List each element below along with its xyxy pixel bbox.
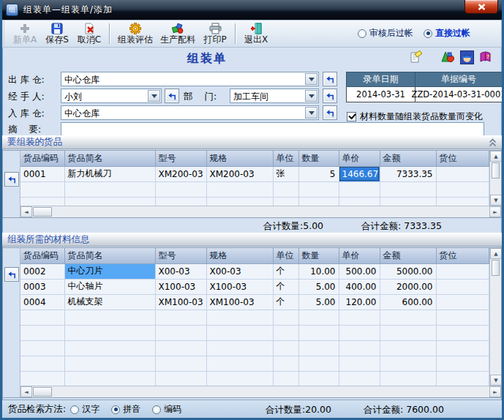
grid-cell[interactable]	[436, 356, 489, 371]
vertical-scrollbar[interactable]: ▲ ▼	[489, 151, 501, 206]
grid-cell[interactable]	[64, 181, 155, 197]
grid-cell[interactable]	[20, 197, 64, 206]
grid-cell[interactable]	[380, 371, 436, 386]
grid-cell[interactable]	[436, 371, 489, 386]
horizontal-scrollbar[interactable]: ◄ ►	[20, 206, 501, 217]
grid-cell[interactable]	[273, 181, 298, 197]
grid-cell[interactable]: 新力机械刀	[64, 166, 155, 181]
grid-cell[interactable]: XM200-03	[155, 166, 206, 181]
grid-cell[interactable]: 10.00	[298, 263, 339, 279]
grid-cell[interactable]	[339, 371, 380, 386]
grid-cell[interactable]	[380, 197, 436, 206]
grid-cell[interactable]	[380, 356, 436, 371]
grid-cell[interactable]: 机械支架	[64, 294, 155, 310]
grid-cell[interactable]	[64, 325, 155, 340]
grid-cell[interactable]	[380, 310, 436, 325]
grid-cell[interactable]	[436, 310, 489, 325]
dropdown-arrow-icon[interactable]	[305, 90, 317, 102]
grid-cell[interactable]	[339, 356, 380, 371]
grid-cell[interactable]	[298, 181, 339, 197]
grid-cell[interactable]	[155, 181, 206, 197]
radio-hanzi[interactable]: 汉字	[70, 403, 99, 416]
grid-cell[interactable]: 5	[298, 166, 339, 181]
grid-cell[interactable]	[298, 371, 339, 386]
grid-cell[interactable]	[206, 340, 273, 356]
grid-cell[interactable]: X00-03	[206, 263, 273, 279]
grid-cell[interactable]: 0003	[20, 279, 64, 294]
collapse-chevron-icon[interactable]	[489, 138, 497, 147]
grid-cell[interactable]: 中心轴片	[64, 279, 155, 294]
in-warehouse-combobox[interactable]: 中心仓库	[61, 105, 319, 120]
grid-cell[interactable]: 400.00	[339, 279, 380, 294]
grid-cell[interactable]	[380, 181, 436, 197]
grid-cell[interactable]	[20, 340, 64, 356]
grid-cell[interactable]	[436, 294, 489, 310]
grid-cell[interactable]	[436, 325, 489, 340]
grid-cell[interactable]: 7333.35	[380, 166, 436, 181]
grid-cell[interactable]: 5.00	[298, 279, 339, 294]
grid-cell[interactable]: 2000.00	[380, 279, 436, 294]
out-warehouse-lookup-button[interactable]	[323, 72, 337, 86]
grid-cell[interactable]	[155, 325, 206, 340]
grid-cell[interactable]: 个	[273, 279, 298, 294]
grid-cell[interactable]	[298, 340, 339, 356]
grid-cell[interactable]	[206, 197, 273, 206]
grid-cell[interactable]	[155, 371, 206, 386]
grid-cell[interactable]	[20, 310, 64, 325]
vertical-scrollbar[interactable]: ▲ ▼	[489, 248, 501, 386]
grid-cell[interactable]: 个	[273, 294, 298, 310]
production-materials-button[interactable]: 生产配料	[157, 21, 199, 45]
summary-input[interactable]	[61, 122, 484, 136]
operator-icon[interactable]	[460, 50, 474, 64]
grid-cell[interactable]: 0002	[20, 263, 64, 279]
horizontal-scrollbar[interactable]: ◄ ►	[20, 386, 501, 397]
dropdown-arrow-icon[interactable]	[305, 73, 317, 85]
grid-cell[interactable]: X00-03	[155, 263, 206, 279]
grid-cell[interactable]	[206, 356, 273, 371]
grid-cell[interactable]	[206, 325, 273, 340]
grid-cell[interactable]	[436, 340, 489, 356]
department-combobox[interactable]: 加工车间	[230, 89, 319, 103]
dropdown-arrow-icon[interactable]	[305, 107, 317, 119]
grid-cell[interactable]: 中心刀片	[64, 263, 155, 279]
department-lookup-button[interactable]	[323, 89, 337, 103]
grid-cell[interactable]: 600.00	[380, 294, 436, 310]
out-warehouse-combobox[interactable]: 中心仓库	[61, 72, 319, 86]
cancel-button[interactable]: 取消C	[73, 21, 105, 45]
grid-cell[interactable]	[155, 340, 206, 356]
grid-cell[interactable]	[20, 356, 64, 371]
handler-combobox[interactable]: 小刘	[61, 89, 162, 103]
grid-cell[interactable]	[436, 166, 489, 181]
grid-cell[interactable]	[206, 371, 273, 386]
help-book-icon[interactable]: ?	[478, 50, 492, 64]
grid-cell[interactable]: 1466.67	[339, 166, 380, 181]
grid-cell[interactable]	[273, 197, 298, 206]
grid-cell[interactable]	[273, 356, 298, 371]
grid-cell[interactable]	[339, 310, 380, 325]
grid-cell[interactable]	[273, 325, 298, 340]
scroll-right-icon[interactable]: ►	[489, 386, 501, 397]
form-design-icon[interactable]	[409, 50, 423, 64]
grid-cell[interactable]	[20, 325, 64, 340]
material-qty-follow-checkbox[interactable]	[347, 112, 356, 121]
grid-cell[interactable]	[436, 279, 489, 294]
theme-icon[interactable]	[441, 50, 455, 64]
grid-cell[interactable]	[64, 197, 155, 206]
grid-cell[interactable]: 0001	[20, 166, 64, 181]
grid-cell[interactable]	[380, 325, 436, 340]
scrollbar-thumb[interactable]	[492, 260, 500, 276]
grid-cell[interactable]	[298, 356, 339, 371]
grid-cell[interactable]	[380, 340, 436, 356]
radio-pinyin[interactable]: 拼音	[111, 403, 140, 416]
grid-cell[interactable]: 500.00	[339, 263, 380, 279]
grid-cell[interactable]	[64, 310, 155, 325]
grid-cell[interactable]	[298, 197, 339, 206]
grid-cell[interactable]	[339, 197, 380, 206]
new-order-button[interactable]: 新单A	[9, 21, 41, 45]
radio-bianma[interactable]: 编码	[152, 403, 181, 416]
material-lookup-button[interactable]	[4, 267, 19, 282]
grid-cell[interactable]: X100-03	[155, 279, 206, 294]
grid-cell[interactable]: 120.00	[339, 294, 380, 310]
grid-cell[interactable]: 5000.00	[380, 263, 436, 279]
in-warehouse-lookup-button[interactable]	[323, 105, 337, 120]
